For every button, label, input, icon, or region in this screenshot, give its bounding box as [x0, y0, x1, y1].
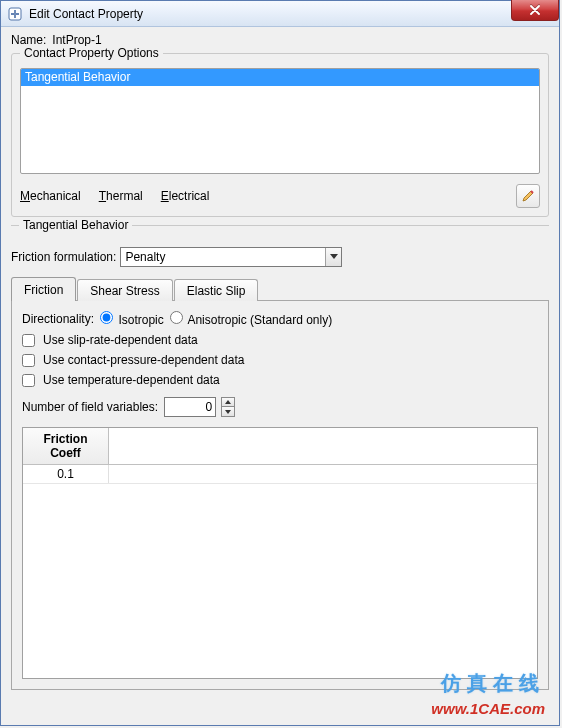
spin-down[interactable]	[221, 407, 235, 417]
check-temp-label: Use temperature-dependent data	[43, 373, 220, 387]
tab-elastic-slip[interactable]: Elastic Slip	[174, 279, 259, 301]
tabs: Friction Shear Stress Elastic Slip Direc…	[11, 277, 549, 690]
watermark-url: www.1CAE.com	[431, 700, 545, 717]
radio-anisotropic-label: Anisotropic (Standard only)	[187, 313, 332, 327]
menu-thermal[interactable]: Thermal	[99, 189, 143, 203]
radio-isotropic[interactable]	[100, 311, 113, 324]
app-icon	[7, 6, 23, 22]
options-listbox[interactable]: Tangential Behavior	[20, 68, 540, 174]
edit-button[interactable]	[516, 184, 540, 208]
spin-buttons	[221, 397, 235, 417]
watermark-cn: 仿真在线	[441, 670, 545, 697]
num-field-vars-label: Number of field variables:	[22, 400, 158, 414]
grid-header-friction-coeff: FrictionCoeff	[23, 428, 109, 464]
check-pressure-label: Use contact-pressure-dependent data	[43, 353, 244, 367]
name-row: Name: IntProp-1	[11, 33, 549, 47]
name-label: Name:	[11, 33, 46, 47]
spin-up[interactable]	[221, 397, 235, 407]
check-temperature[interactable]	[22, 374, 35, 387]
check-pressure-row: Use contact-pressure-dependent data	[22, 353, 538, 367]
name-value: IntProp-1	[52, 33, 101, 47]
friction-formulation-combo[interactable]: Penalty	[120, 247, 342, 267]
radio-anisotropic-wrap[interactable]: Anisotropic (Standard only)	[170, 311, 332, 327]
dialog-window: Edit Contact Property Name: IntProp-1 Co…	[0, 0, 560, 726]
tangential-title: Tangential Behavior	[19, 218, 132, 232]
tab-shear-stress[interactable]: Shear Stress	[77, 279, 172, 301]
check-temp-row: Use temperature-dependent data	[22, 373, 538, 387]
grid-cell[interactable]: 0.1	[23, 465, 109, 483]
directionality-row: Directionality: Isotropic Anisotropic (S…	[22, 311, 538, 327]
check-slip-rate[interactable]	[22, 334, 35, 347]
pencil-icon	[521, 189, 535, 203]
tangential-section-head: Tangential Behavior	[11, 225, 549, 237]
chevron-down-icon	[225, 410, 231, 414]
menu-electrical[interactable]: Electrical	[161, 189, 210, 203]
friction-formulation-row: Friction formulation: Penalty	[11, 247, 549, 267]
menu-mechanical[interactable]: Mechanical	[20, 189, 81, 203]
radio-isotropic-label: Isotropic	[118, 313, 163, 327]
friction-formulation-label: Friction formulation:	[11, 250, 116, 264]
chevron-down-icon	[330, 254, 338, 260]
check-contact-pressure[interactable]	[22, 354, 35, 367]
option-item-tangential[interactable]: Tangential Behavior	[21, 69, 539, 86]
dialog-body: Name: IntProp-1 Contact Property Options…	[1, 27, 559, 700]
title-bar: Edit Contact Property	[1, 1, 559, 27]
chevron-up-icon	[225, 400, 231, 404]
options-menu-row: Mechanical Thermal Electrical	[20, 184, 540, 208]
grid-row[interactable]: 0.1	[23, 465, 537, 484]
grid-header-row: FrictionCoeff	[23, 428, 537, 465]
close-icon	[529, 5, 541, 15]
window-title: Edit Contact Property	[29, 7, 143, 21]
radio-isotropic-wrap[interactable]: Isotropic	[100, 311, 164, 327]
tab-friction[interactable]: Friction	[11, 277, 76, 301]
friction-formulation-value: Penalty	[121, 250, 165, 264]
close-button[interactable]	[511, 0, 559, 21]
radio-anisotropic[interactable]	[170, 311, 183, 324]
num-field-vars-row: Number of field variables:	[22, 397, 538, 417]
tab-strip: Friction Shear Stress Elastic Slip	[11, 277, 549, 301]
tab-panel-friction: Directionality: Isotropic Anisotropic (S…	[11, 300, 549, 690]
contact-options-title: Contact Property Options	[20, 46, 163, 60]
directionality-label: Directionality:	[22, 312, 94, 326]
num-field-vars-input[interactable]	[164, 397, 216, 417]
friction-grid[interactable]: FrictionCoeff 0.1	[22, 427, 538, 679]
check-slip-label: Use slip-rate-dependent data	[43, 333, 198, 347]
check-slip-row: Use slip-rate-dependent data	[22, 333, 538, 347]
contact-options-group: Contact Property Options Tangential Beha…	[11, 53, 549, 217]
combo-dropdown-button[interactable]	[325, 248, 341, 266]
